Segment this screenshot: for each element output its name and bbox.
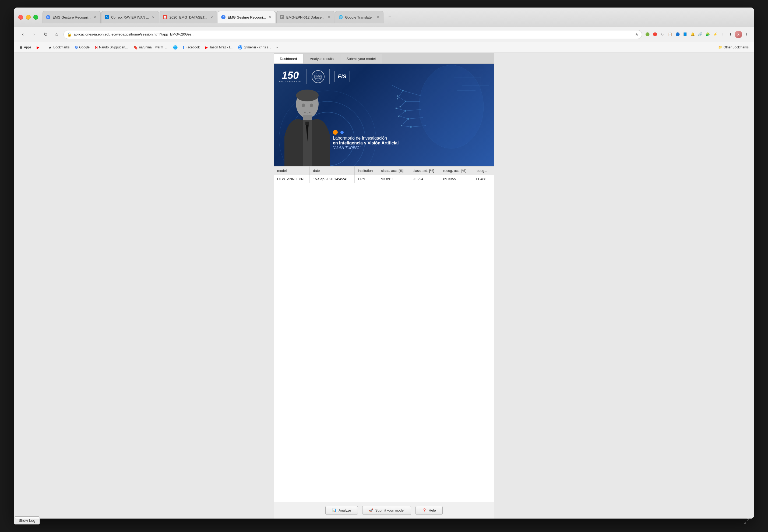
bookmark-naruhina[interactable]: 🔖 naruhina__warm_... bbox=[131, 44, 170, 51]
bookmark-bookmarks[interactable]: ★ Bookmarks bbox=[46, 44, 72, 51]
cell-recog-extra: 11.488... bbox=[472, 175, 494, 183]
titlebar: E EMG Gesture Recogni... ✕ O Correo: XAV… bbox=[14, 8, 754, 27]
ext-icon-3[interactable]: 🛡 bbox=[659, 31, 666, 38]
ext-icon-6[interactable]: 📘 bbox=[682, 31, 688, 38]
profile-avatar[interactable]: X bbox=[735, 31, 742, 38]
ext-icon-1[interactable]: 🟢 bbox=[644, 31, 651, 38]
browser-window: E EMG Gesture Recogni... ✕ O Correo: XAV… bbox=[14, 8, 754, 519]
help-label: Help bbox=[429, 508, 436, 512]
maximize-window-button[interactable] bbox=[33, 15, 38, 20]
tab-favicon-4: E bbox=[221, 15, 225, 19]
results-table-container[interactable]: model date institution class. acc. [%] c… bbox=[274, 166, 494, 502]
svg-point-22 bbox=[410, 126, 412, 128]
analyze-button[interactable]: 📊 Analyze bbox=[325, 506, 357, 515]
help-button[interactable]: ❓ Help bbox=[416, 506, 443, 515]
submit-model-button[interactable]: 🚀 Submit your model bbox=[362, 506, 411, 515]
home-button[interactable]: ⌂ bbox=[52, 30, 61, 39]
svg-point-23 bbox=[397, 98, 398, 100]
app-tab-submit[interactable]: Submit your model bbox=[340, 54, 382, 63]
bookmark-gifmelter[interactable]: 🌀 gifmelter - chris s... bbox=[236, 44, 273, 51]
analyze-label: Analyze bbox=[338, 508, 351, 512]
forward-button[interactable]: › bbox=[30, 30, 39, 39]
other-bookmarks-label: Other Bookmarks bbox=[724, 45, 749, 49]
tab-epn-dataset[interactable]: E EMG-EPN-612 Datase... ✕ bbox=[276, 11, 334, 23]
bookmark-youtube[interactable]: ▶ bbox=[34, 44, 42, 51]
bookmark-naruhina-label: naruhina__warm_... bbox=[139, 45, 168, 49]
ext-icon-dots[interactable]: ⋮ bbox=[720, 31, 726, 38]
more-bookmarks-button[interactable]: » bbox=[274, 44, 279, 50]
content-area: Dashboard Analyze results Submit your mo… bbox=[14, 53, 754, 519]
hero-banner: 150 ANIVERSARIO ESCUELA POLITÉCNICA NACI… bbox=[274, 64, 494, 166]
ext-icon-9[interactable]: 🧩 bbox=[705, 31, 711, 38]
reload-button[interactable]: ↻ bbox=[41, 30, 50, 39]
ext-icon-5[interactable]: 🔵 bbox=[674, 31, 681, 38]
ext-icon-7[interactable]: 🔔 bbox=[689, 31, 696, 38]
close-window-button[interactable] bbox=[18, 15, 23, 20]
ext-icon-10[interactable]: ⚡ bbox=[712, 31, 719, 38]
tab-close-1[interactable]: ✕ bbox=[93, 15, 97, 19]
tab-emg-active[interactable]: E EMG Gesture Recogni... ✕ bbox=[218, 11, 276, 23]
app-tab-dashboard[interactable]: Dashboard bbox=[274, 54, 303, 63]
cell-institution: EPN bbox=[355, 175, 378, 183]
bookmark-google[interactable]: G Google bbox=[73, 44, 92, 51]
tab-close-2[interactable]: ✕ bbox=[151, 15, 155, 19]
svg-line-10 bbox=[406, 109, 421, 111]
bookmark-youtube2[interactable]: ▶ Jason Mraz - I... bbox=[203, 44, 235, 51]
tab-google-translate[interactable]: 🌐 Google Translate ✕ bbox=[335, 11, 383, 23]
globe-icon: 🌐 bbox=[173, 45, 178, 49]
tab-favicon-5: E bbox=[280, 15, 284, 19]
svg-point-20 bbox=[405, 110, 406, 112]
svg-rect-44 bbox=[305, 122, 309, 125]
tab-label-4: EMG Gesture Recogni... bbox=[228, 15, 266, 19]
banner-line2: en Inteligencia y Visión Artificial bbox=[333, 141, 399, 146]
col-header-class-std: class. std. [%] bbox=[409, 166, 440, 175]
other-bookmarks[interactable]: 📁 Other Bookmarks bbox=[716, 44, 751, 50]
dot-blue bbox=[340, 131, 343, 134]
bookmark-globe[interactable]: 🌐 bbox=[171, 44, 180, 51]
tab-close-4[interactable]: ✕ bbox=[268, 15, 272, 19]
tab-favicon-3: 📄 bbox=[163, 15, 167, 19]
svg-line-45 bbox=[747, 519, 749, 521]
submit-icon: 🚀 bbox=[369, 508, 373, 512]
star-icon: ★ bbox=[48, 45, 52, 49]
tab-close-3[interactable]: ✕ bbox=[209, 15, 214, 19]
table-row[interactable]: DTW_ANN_EPN 15-Sep-2020 14:45:41 EPN 93.… bbox=[274, 175, 494, 183]
facebook-icon: f bbox=[183, 45, 184, 49]
svg-line-9 bbox=[400, 101, 406, 107]
dot-orange bbox=[333, 130, 338, 135]
app-tabs: Dashboard Analyze results Submit your mo… bbox=[274, 53, 494, 64]
ext-icon-8[interactable]: 🔗 bbox=[697, 31, 703, 38]
ext-icon-4[interactable]: 📋 bbox=[667, 31, 673, 38]
tab-dataset[interactable]: 📄 2020_EMG_DATASET... ✕ bbox=[160, 11, 217, 23]
tab-emg-1[interactable]: E EMG Gesture Recogni... ✕ bbox=[42, 11, 101, 23]
minimize-window-button[interactable] bbox=[26, 15, 31, 20]
expand-button[interactable] bbox=[742, 516, 751, 526]
tab-correo[interactable]: O Correo: XAVIER IVAN ... ✕ bbox=[101, 11, 159, 23]
bookmark-star-icon[interactable]: ★ bbox=[635, 32, 639, 37]
bookmark-apps-label: Apps bbox=[24, 45, 31, 49]
youtube-icon: ▶ bbox=[37, 45, 40, 49]
bookmark-bookmarks-label: Bookmarks bbox=[53, 45, 69, 49]
show-log-button[interactable]: Show Log bbox=[14, 516, 40, 524]
svg-line-46 bbox=[744, 522, 746, 524]
ext-icon-2[interactable]: 🔴 bbox=[652, 31, 658, 38]
new-tab-button[interactable]: + bbox=[385, 12, 395, 22]
naruhina-icon: 🔖 bbox=[133, 45, 138, 49]
logo-epn: ESCUELA POLITÉCNICA NACIONAL bbox=[311, 70, 324, 83]
ext-icon-download[interactable]: ⬇ bbox=[727, 31, 734, 38]
menu-button[interactable]: ⋮ bbox=[743, 31, 750, 38]
submit-label: Submit your model bbox=[375, 508, 405, 512]
tab-close-5[interactable]: ✕ bbox=[327, 15, 331, 19]
footer-buttons: 📊 Analyze 🚀 Submit your model ❓ Help bbox=[274, 502, 494, 519]
bookmark-naruto[interactable]: N Naruto Shippuden... bbox=[93, 44, 130, 51]
app-tab-analyze[interactable]: Analyze results bbox=[304, 54, 340, 63]
col-header-recog-extra: recog... bbox=[472, 166, 494, 175]
gifmelter-icon: 🌀 bbox=[238, 45, 242, 49]
app-tab-dashboard-label: Dashboard bbox=[280, 57, 297, 61]
tab-close-6[interactable]: ✕ bbox=[375, 15, 380, 19]
bookmark-facebook[interactable]: f Facebook bbox=[181, 44, 202, 51]
show-log-label: Show Log bbox=[19, 518, 35, 523]
back-button[interactable]: ‹ bbox=[18, 30, 27, 39]
bookmark-apps[interactable]: ⊞ Apps bbox=[17, 44, 33, 51]
address-bar[interactable]: 🔒 aplicaciones-ia.epn.edu.ec/webapps/hom… bbox=[63, 30, 642, 39]
